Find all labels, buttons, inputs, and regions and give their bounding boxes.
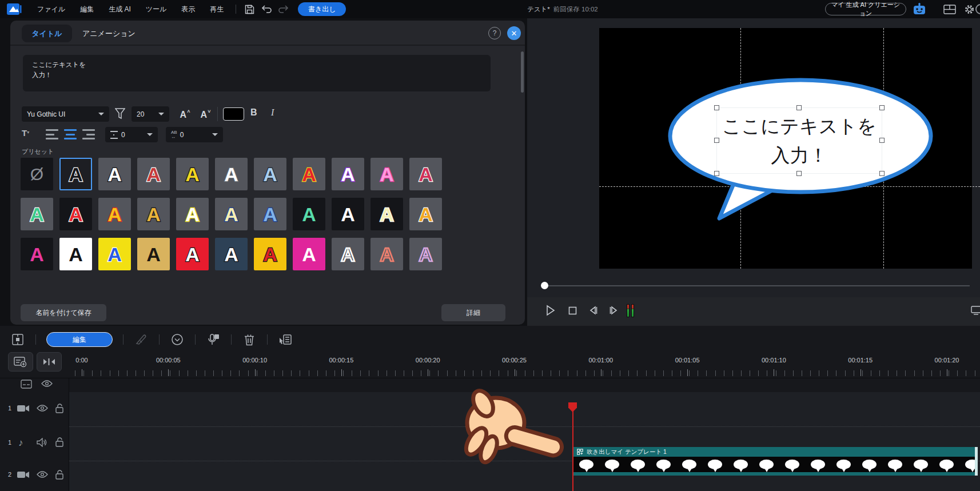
preset-swatch-25[interactable]: A xyxy=(137,238,170,270)
resize-handle[interactable] xyxy=(796,105,802,110)
stop-button[interactable] xyxy=(565,303,580,318)
decrease-font-icon[interactable]: A˅ xyxy=(197,106,214,122)
preset-swatch-29[interactable]: A xyxy=(293,238,325,270)
menu-item-5[interactable]: 再生 xyxy=(202,0,231,18)
preset-swatch-31[interactable]: A xyxy=(371,238,403,270)
line-spacing-select[interactable]: 0 xyxy=(105,127,158,142)
play-button[interactable] xyxy=(543,303,558,318)
preset-swatch-7[interactable]: A xyxy=(293,158,325,190)
preset-swatch-30[interactable]: A xyxy=(332,238,364,270)
preset-swatch-0[interactable]: Ø xyxy=(21,158,53,190)
preset-swatch-27[interactable]: A xyxy=(215,238,248,270)
keyframe-icon[interactable] xyxy=(9,332,26,347)
preset-swatch-10[interactable]: A xyxy=(409,158,442,190)
eye-icon[interactable] xyxy=(37,404,48,412)
eye-icon[interactable] xyxy=(37,470,48,478)
preset-swatch-6[interactable]: A xyxy=(254,158,286,190)
tab-animation[interactable]: アニメーション xyxy=(82,25,136,42)
title-text-input[interactable]: ここにテキストを 入力！ xyxy=(23,55,491,91)
preview-seek-knob[interactable] xyxy=(541,282,548,289)
menu-item-4[interactable]: 表示 xyxy=(174,0,202,18)
menu-item-3[interactable]: ツール xyxy=(138,0,174,18)
italic-button[interactable]: I xyxy=(271,107,274,118)
lock-open-icon[interactable] xyxy=(55,437,64,447)
preset-swatch-2[interactable]: A xyxy=(98,158,131,190)
preset-swatch-13[interactable]: A xyxy=(98,198,131,230)
font-family-select[interactable]: Yu Gothic UI xyxy=(22,106,109,122)
help-button[interactable]: ? xyxy=(488,27,501,39)
speaker-icon[interactable] xyxy=(37,438,47,447)
preset-swatch-18[interactable]: A xyxy=(293,198,325,230)
edit-button[interactable]: 編集 xyxy=(46,332,113,347)
clip-speech-template[interactable]: 吹き出しマイ テンプレート 1 xyxy=(573,447,978,476)
close-panel-button[interactable]: ✕ xyxy=(507,26,521,40)
detail-button[interactable]: 詳細 xyxy=(441,304,505,321)
preset-swatch-11[interactable]: A xyxy=(21,198,53,230)
subtitle-track-icon[interactable] xyxy=(21,380,32,389)
preset-swatch-8[interactable]: A xyxy=(332,158,364,190)
playhead-line[interactable] xyxy=(572,404,573,491)
ai-robot-icon[interactable] xyxy=(913,3,926,15)
preset-swatch-1[interactable]: A xyxy=(59,158,92,190)
preset-swatch-16[interactable]: A xyxy=(215,198,248,230)
font-filter-icon[interactable] xyxy=(115,108,125,119)
preset-swatch-28[interactable]: A xyxy=(254,238,286,270)
resize-handle[interactable] xyxy=(714,138,719,143)
layout-icon[interactable] xyxy=(943,5,956,14)
font-color-swatch[interactable] xyxy=(223,107,244,121)
split-razor-icon[interactable] xyxy=(133,332,150,347)
resize-handle[interactable] xyxy=(714,105,719,110)
menu-item-1[interactable]: 編集 xyxy=(73,0,101,18)
resize-handle[interactable] xyxy=(796,171,802,176)
next-frame-button[interactable] xyxy=(606,303,621,318)
preset-swatch-26[interactable]: A xyxy=(176,238,209,270)
preset-swatch-20[interactable]: A xyxy=(371,198,403,230)
preview-seekbar[interactable] xyxy=(544,285,970,286)
preset-swatch-32[interactable]: A xyxy=(409,238,442,270)
resize-handle[interactable] xyxy=(879,171,885,176)
preset-swatch-4[interactable]: A xyxy=(176,158,209,190)
resize-handle[interactable] xyxy=(879,138,885,143)
preset-swatch-3[interactable]: A xyxy=(137,158,170,190)
preset-swatch-14[interactable]: A xyxy=(137,198,170,230)
export-button[interactable]: 書き出し xyxy=(298,2,346,16)
preset-swatch-9[interactable]: A xyxy=(371,158,403,190)
select-clip-icon[interactable] xyxy=(277,332,294,347)
letter-spacing-select[interactable]: AB↔ 0 xyxy=(166,127,223,142)
resize-handle[interactable] xyxy=(879,105,885,110)
settings-gear-icon[interactable] xyxy=(964,4,975,15)
save-as-button[interactable]: 名前を付けて保存 xyxy=(21,304,106,321)
preset-swatch-12[interactable]: A xyxy=(59,198,92,230)
resize-handle[interactable] xyxy=(714,171,719,176)
preset-swatch-23[interactable]: A xyxy=(59,238,92,270)
lock-open-icon[interactable] xyxy=(55,470,64,480)
previous-frame-button[interactable] xyxy=(585,303,600,318)
align-right-button[interactable] xyxy=(82,129,95,139)
timeline-ruler[interactable]: 0:0000:00:0500:00:1000:00:1500:00:2000:0… xyxy=(0,350,980,378)
text-selection-box[interactable]: ここにテキストを 入力！ xyxy=(716,107,882,174)
bold-button[interactable]: B xyxy=(250,107,257,118)
preset-swatch-24[interactable]: A xyxy=(98,238,131,270)
undo-icon[interactable] xyxy=(259,2,274,17)
preset-swatch-19[interactable]: A xyxy=(332,198,364,230)
delete-trash-icon[interactable] xyxy=(241,332,258,347)
my-ai-creations-button[interactable]: マイ 生成 AI クリエーション xyxy=(825,3,906,15)
eye-icon[interactable] xyxy=(41,380,53,388)
preset-swatch-15[interactable]: A xyxy=(176,198,209,230)
increase-font-icon[interactable]: A˄ xyxy=(176,106,193,122)
tab-title[interactable]: タイトル xyxy=(22,25,72,42)
panel-scrollbar[interactable] xyxy=(521,51,524,93)
font-size-select[interactable]: 20 xyxy=(132,106,169,122)
duration-clock-icon[interactable] xyxy=(169,332,186,347)
preset-swatch-22[interactable]: A xyxy=(21,238,53,270)
lock-open-icon[interactable] xyxy=(55,404,64,413)
preset-swatch-17[interactable]: A xyxy=(254,198,286,230)
align-left-button[interactable] xyxy=(46,129,58,139)
preview-quality-icon[interactable] xyxy=(969,303,980,318)
menu-item-0[interactable]: ファイル xyxy=(30,0,73,18)
menu-item-2[interactable]: 生成 AI xyxy=(101,0,138,18)
redo-icon[interactable] xyxy=(276,2,291,17)
preset-swatch-21[interactable]: A xyxy=(409,198,442,230)
align-center-button[interactable] xyxy=(64,129,77,139)
text-orientation-button[interactable]: T▾ xyxy=(22,128,29,138)
